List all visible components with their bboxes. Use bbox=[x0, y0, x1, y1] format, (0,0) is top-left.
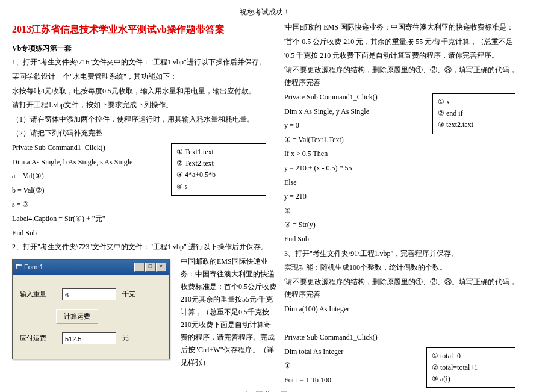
page-header: 祝您考试成功！ bbox=[12, 7, 518, 17]
vb-row-input-weight: 输入重量 6 千克 bbox=[20, 288, 162, 300]
q2-code-l9: ② bbox=[284, 205, 518, 218]
q3-note: '请不要更改源程序的结构，删除原题里的①、②、③。填写正确的代码，使程序完善 bbox=[284, 276, 518, 302]
q1-step2: （2）请把下列代码补充完整 bbox=[12, 127, 277, 140]
q2-answer-2: ② end if bbox=[438, 108, 510, 119]
maximize-icon[interactable]: □ bbox=[145, 263, 155, 272]
q2-intro: 2、打开"考生文件夹\723"文件夹中的文件："工程1.vbp" 进行以下操作后… bbox=[12, 241, 277, 254]
q3-answer-3: ③ a(i) bbox=[432, 373, 510, 385]
document-title: 2013江苏省信息技术学业水平测试vb操作题带答案 bbox=[12, 21, 277, 39]
vb-calc-button[interactable]: 计算运费 bbox=[56, 309, 98, 325]
q1-code-l5: s = ③ bbox=[12, 198, 277, 211]
q1-desc2: 水按每吨4元收取，电按每度0.5元收取，输入用水量和用电量，输出应付款。 bbox=[12, 85, 277, 98]
vb-form-body: 输入重量 6 千克 计算运费 应付运费 512.5 元 bbox=[13, 275, 169, 359]
q3-func: 实现功能：随机生成100个整数，统计偶数的个数。 bbox=[284, 261, 518, 275]
q2-answer-1: ① x bbox=[438, 96, 510, 108]
q3-answer-box: ① total=0 ② total=total+1 ③ a(i) bbox=[426, 347, 515, 388]
vb-titlebar: 🗔 Form1 _ □ × bbox=[13, 260, 169, 275]
close-icon[interactable]: × bbox=[156, 263, 166, 272]
q1-code-l6: Label4.Caption = Str(④) + "元" bbox=[12, 213, 277, 226]
window-control-buttons: _ □ × bbox=[134, 263, 166, 272]
q1-answer-box: ① Text1.text ② Text2.text ③ 4*a+0.5*b ④ … bbox=[171, 143, 266, 196]
q3-answer-2: ② total=total+1 bbox=[432, 362, 510, 373]
vb-label-fee: 应付运费 bbox=[20, 332, 62, 344]
two-column-layout: 2013江苏省信息技术学业水平测试vb操作题带答案 Vb专项练习第一套 1、打开… bbox=[12, 20, 518, 388]
q2-code-l6: y = 210 + (x - 0.5) * 55 bbox=[284, 162, 518, 175]
q1-step1: （1）请在窗体中添加两个控件，使程序运行时，用其输入耗水量和耗电量。 bbox=[12, 113, 277, 126]
left-column: 2013江苏省信息技术学业水平测试vb操作题带答案 Vb专项练习第一套 1、打开… bbox=[12, 20, 277, 388]
q1-intro: 1、打开"考生文件夹\716"文件夹中的文件："工程1.vbp"进行以下操作后并… bbox=[12, 56, 277, 69]
q2-code-l11: End Sub bbox=[284, 233, 518, 246]
q2-code-l10: ③ = Str(y) bbox=[284, 219, 518, 232]
q1-answer-3: ③ 4*a+0.5*b bbox=[176, 169, 261, 181]
vb-unit-kg: 千克 bbox=[122, 288, 135, 300]
q2-comment-3: '0.5 千克按 210 元收费下面是自动计算寄费的程序，请你完善程序。 bbox=[284, 49, 518, 63]
q1-desc3: 请打开工程1.vbp文件，按如下要求完成下列操作。 bbox=[12, 99, 277, 112]
q2-code-l4: ① = Val(Text1.Text) bbox=[284, 134, 518, 147]
q2-code-l7: Else bbox=[284, 176, 518, 190]
q2-answer-box: ① x ② end if ③ text2.text bbox=[432, 93, 515, 134]
minimize-icon[interactable]: _ bbox=[134, 263, 145, 272]
q3-answer-1: ① total=0 bbox=[432, 350, 510, 362]
q1-answer-4: ④ s bbox=[176, 181, 261, 193]
q1-code-l7: End Sub bbox=[12, 227, 277, 240]
vb-form-title: 🗔 Form1 bbox=[16, 261, 43, 273]
q2-comment-2: '首个 0.5 公斤收费 210 元，其余的重量按 55 元/每千克计算，（总重… bbox=[284, 36, 518, 49]
q3-code-l2: Private Sub Command1_Click() bbox=[284, 331, 518, 344]
vb-unit-yuan: 元 bbox=[122, 332, 129, 344]
q1-answer-1: ① Text1.text bbox=[176, 146, 261, 158]
q2-comment-1: '中国邮政的 EMS 国际快递业务：中国寄往澳大利亚的快递收费标准是： bbox=[284, 21, 518, 34]
q3-intro: 3、打开"考生文件夹\91\工程1.vbp"，完善程序并保存。 bbox=[284, 247, 518, 261]
vb-output-fee: 512.5 bbox=[62, 332, 116, 344]
vb-row-output-fee: 应付运费 512.5 元 bbox=[20, 332, 162, 344]
q2-description: 中国邮政的EMS国际快递业务：中国寄往澳大利亚的快递收费标准是：首个0.5公斤收… bbox=[181, 255, 277, 369]
q2-answer-3: ③ text2.text bbox=[438, 119, 510, 131]
vb-label-weight: 输入重量 bbox=[20, 288, 62, 300]
q2-code-l8: y = 210 bbox=[284, 190, 518, 204]
q2-code-l5: If x > 0.5 Then bbox=[284, 148, 518, 161]
q3-code-l1: Dim a(100) As Integer bbox=[284, 303, 518, 316]
q2-comment-4: '请不要更改源程序的结构，删除原题里的①、②、③，填写正确的代码，使程序完善 bbox=[284, 64, 518, 90]
right-column: '中国邮政的 EMS 国际快递业务：中国寄往澳大利亚的快递收费标准是： '首个 … bbox=[284, 20, 518, 388]
vb-form-window: 🗔 Form1 _ □ × 输入重量 6 千克 计算运费 应付运 bbox=[12, 259, 170, 360]
document-subtitle: Vb专项练习第一套 bbox=[12, 42, 277, 55]
q1-desc1: 某同学欲设计一个"水电费管理系统"，其功能如下： bbox=[12, 70, 277, 84]
vb-input-weight[interactable]: 6 bbox=[62, 288, 116, 300]
q1-answer-2: ② Text2.text bbox=[176, 158, 261, 169]
